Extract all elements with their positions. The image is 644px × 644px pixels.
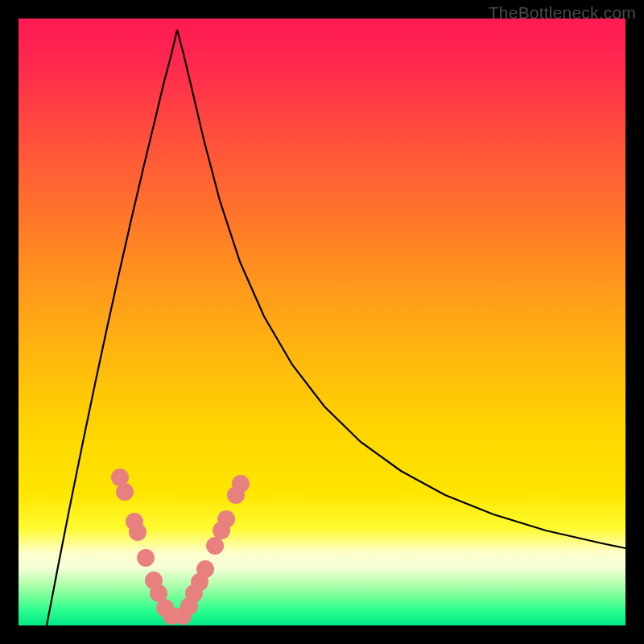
curve-marker	[137, 549, 155, 567]
curve-layer	[19, 19, 625, 625]
curve-marker	[116, 483, 134, 501]
chart-frame: TheBottleneck.com	[0, 0, 644, 644]
plot-area	[19, 19, 625, 625]
curve-markers	[111, 469, 250, 625]
curve-marker	[206, 537, 224, 555]
curve-marker	[217, 510, 235, 528]
curve-marker	[196, 560, 214, 578]
watermark-label: TheBottleneck.com	[489, 3, 636, 23]
curve-marker	[232, 475, 250, 493]
curve-marker	[129, 523, 147, 541]
curve-marker	[180, 597, 198, 615]
